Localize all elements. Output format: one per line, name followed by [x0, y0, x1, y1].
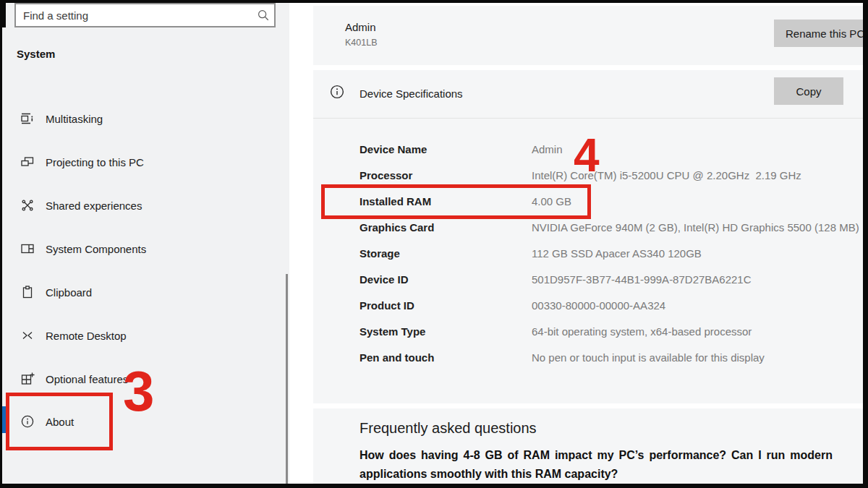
divider: [313, 118, 863, 119]
annotation-box-installed-ram: [321, 184, 591, 219]
shared-experiences-icon: [20, 198, 35, 213]
device-specifications-card: Device Specifications Copy Device Name A…: [313, 70, 863, 403]
spec-label: Product ID: [359, 293, 532, 319]
spec-label: Device ID: [359, 267, 532, 293]
frame-border-right: [863, 0, 868, 488]
annotation-step-4: 4: [574, 132, 600, 179]
sidebar-item-label: System Components: [46, 243, 146, 255]
device-name-heading: Admin: [345, 21, 376, 33]
spec-row-storage: Storage 112 GB SSD Apacer AS340 120GB: [359, 241, 853, 267]
sidebar-item-multitasking[interactable]: Multitasking: [2, 104, 284, 133]
frame-border-top: [0, 0, 868, 3]
annotation-step-3: 3: [123, 363, 154, 419]
multitasking-icon: [20, 111, 35, 126]
sidebar-item-projecting[interactable]: Projecting to this PC: [2, 147, 284, 176]
faq-title: Frequently asked questions: [359, 420, 537, 437]
frame-border-bottom: [0, 484, 868, 488]
optional-features-icon: [20, 372, 35, 386]
sidebar-item-label: Clipboard: [46, 286, 92, 299]
search-box: [14, 3, 276, 27]
sidebar-item-shared-experiences[interactable]: Shared experiences: [2, 191, 284, 220]
faq-card: Frequently asked questions How does havi…: [313, 408, 863, 485]
clipboard-icon: [20, 285, 35, 299]
spec-table: Device Name Admin Processor Intel(R) Cor…: [359, 137, 853, 371]
spec-label: Pen and touch: [359, 345, 532, 371]
info-circle-icon: [329, 84, 345, 103]
spec-label: Device Name: [359, 137, 532, 163]
sidebar-item-remote-desktop[interactable]: Remote Desktop: [2, 321, 284, 350]
spec-row-pen-and-touch: Pen and touch No pen or touch input is a…: [359, 345, 853, 371]
remote-desktop-icon: [20, 328, 35, 343]
spec-label: System Type: [359, 319, 532, 345]
project-screen-icon: [20, 155, 35, 169]
sidebar-item-clipboard[interactable]: Clipboard: [2, 278, 284, 307]
system-components-icon: [20, 241, 35, 256]
spec-row-product-id: Product ID 00330-80000-00000-AA324: [359, 293, 853, 319]
sidebar-item-system-components[interactable]: System Components: [2, 234, 284, 263]
device-model-label: K401LB: [345, 38, 377, 48]
sidebar-item-label: Remote Desktop: [46, 330, 127, 342]
sidebar-item-label: Projecting to this PC: [46, 156, 144, 168]
spec-label: Storage: [359, 241, 532, 267]
spec-value: 112 GB SSD Apacer AS340 120GB: [532, 241, 853, 267]
spec-row-device-name: Device Name Admin: [359, 137, 853, 163]
sidebar-item-label: Multitasking: [46, 113, 103, 125]
copy-button[interactable]: Copy: [774, 77, 843, 105]
sidebar-item-label: Optional features: [46, 373, 128, 385]
sidebar-item-label: Shared experiences: [46, 200, 142, 212]
frame-border-left: [0, 0, 2, 488]
spec-value: 501D957F-3B77-44B1-999A-87D27BA6221C: [532, 267, 853, 293]
spec-row-system-type: System Type 64-bit operating system, x64…: [359, 319, 853, 345]
search-icon: [252, 9, 274, 22]
rename-pc-button[interactable]: Rename this PC: [774, 20, 868, 47]
section-title: Device Specifications: [359, 87, 463, 100]
sidebar-section-title: System: [17, 48, 55, 60]
spec-value: No pen or touch input is available for t…: [532, 345, 853, 371]
spec-row-device-id: Device ID 501D957F-3B77-44B1-999A-87D27B…: [359, 267, 853, 293]
spec-value: 64-bit operating system, x64-based proce…: [532, 319, 853, 345]
sidebar-scrollbar-thumb[interactable]: [286, 274, 288, 484]
frame-border-corner: [0, 0, 6, 27]
faq-question: How does having 4-8 GB of RAM impact my …: [359, 446, 833, 484]
spec-value: 00330-80000-00000-AA324: [532, 293, 853, 319]
annotation-box-about: [6, 393, 113, 450]
device-header-card: Admin K401LB Rename this PC: [313, 6, 863, 65]
search-input[interactable]: [16, 4, 252, 26]
